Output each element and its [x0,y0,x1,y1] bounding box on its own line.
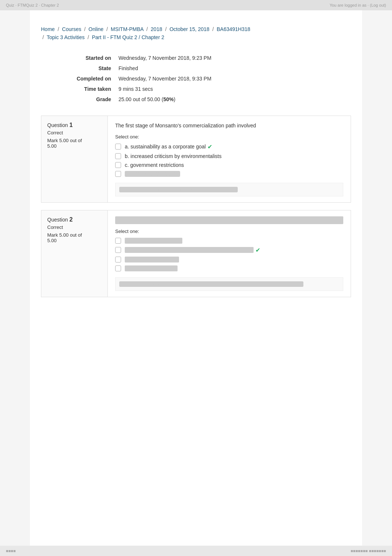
radio-2b [115,247,121,253]
breadcrumb-sep: / [84,26,86,32]
breadcrumb-ba[interactable]: BA63491H318 [217,26,250,32]
option-2c-text: ■ ■■■■■■■■ ■ ■■■■■■ [125,257,179,262]
bottom-bar-left: ■■■■ [6,549,16,553]
time-taken-value: 9 mins 31 secs [115,84,351,94]
quiz-info-table: Started on Wednesday, 7 November 2018, 9… [41,53,351,104]
completed-on-label: Completed on [41,73,115,84]
grade-end: ) [173,96,175,102]
option-2b: ■ ■■■■ ■■■■■■■■■■■■ ■■■ ■■■ ■■■■■■■ ■ ■■… [115,247,343,254]
completed-on-value: Wednesday, 7 November 2018, 9:33 PM [115,73,351,84]
question-2-status: Correct [47,224,102,230]
correct-answer-2-blurred: The correct answer is: ■■■■ ■■■■■■■■■ ■■… [119,281,303,287]
question-2-options: ■ ■■■■■■■■■■■■■■■■■ ■ ■■■■ ■■■■■■■■■■■■ … [115,238,343,271]
question-1-label: Question 1 [47,122,102,128]
question-1-body: The first stage of Monsanto's commercial… [108,116,351,202]
question-1-block: Question 1 Correct Mark 5.00 out of 5.00… [41,116,351,203]
radio-1d [115,171,121,177]
option-2a: ■ ■■■■■■■■■■■■■■■■■ [115,238,343,244]
option-1a-text: a. sustainability as a corporate goal [125,144,206,150]
radio-2a [115,238,121,244]
question-1-options: a. sustainability as a corporate goal ✔ … [115,143,343,177]
check-icon-2b: ✔ [255,247,260,254]
breadcrumb-sep: / [42,34,44,40]
grade-value: 25.00 out of 50.00 (50%) [115,94,351,104]
started-on-label: Started on [41,53,115,63]
question-2-correct-note: The correct answer is: ■■■■ ■■■■■■■■■ ■■… [115,277,343,291]
question-2-sidebar: Question 2 Correct Mark 5.00 out of 5.00 [41,210,108,297]
question-2-mark: Mark 5.00 out of 5.00 [47,232,102,243]
breadcrumb-courses[interactable]: Courses [62,26,81,32]
breadcrumb-sep: / [212,26,214,32]
option-1c-text: c. government restrictions [125,162,184,168]
question-1-correct-note: The correct answer is: sustainability as… [115,183,343,196]
option-2a-text: ■ ■■■■■■■■■■■■■■■■■ [125,238,182,244]
breadcrumb-partii[interactable]: Part II - FTM Quiz 2 / Chapter 2 [92,34,164,40]
radio-2d [115,265,121,271]
started-on-value: Wednesday, 7 November 2018, 9:23 PM [115,53,351,63]
breadcrumb-online[interactable]: Online [89,26,103,32]
option-1d-text: d. corporate farm tactics [125,171,180,177]
option-2d-text: ■ ■■■■■■■■■ ■■■■■■ [125,265,178,271]
question-2-number: 2 [69,216,73,223]
option-2d: ■ ■■■■■■■■■ ■■■■■■ [115,265,343,271]
question-1-sidebar: Question 1 Correct Mark 5.00 out of 5.00 [41,116,108,202]
breadcrumb-sep: / [58,26,59,32]
state-label: State [41,63,115,73]
radio-2c [115,257,121,262]
state-value: Finished [115,63,351,73]
radio-1c [115,162,121,168]
main-content: Home / Courses / Online / MSITM-PMBA / 2… [30,10,362,556]
question-1-select-one: Select one: [115,134,343,140]
breadcrumb-2018[interactable]: 2018 [151,26,162,32]
option-1b-text: b. increased criticism by environmentali… [125,153,221,159]
breadcrumb-sep: / [147,26,148,32]
time-taken-label: Time taken [41,84,115,94]
breadcrumb-oct15[interactable]: October 15, 2018 [169,26,209,32]
radio-1b [115,153,121,159]
question-2-select-one: Select one: [115,229,343,234]
question-2-block: Question 2 Correct Mark 5.00 out of 5.00… [41,210,351,297]
option-1a: a. sustainability as a corporate goal ✔ [115,143,343,150]
option-2b-text: ■ ■■■■ ■■■■■■■■■■■■ ■■■ ■■■ ■■■■■■■ ■ ■■… [125,247,254,253]
question-1-status: Correct [47,130,102,135]
breadcrumb-msitm[interactable]: MSITM-PMBA [111,26,144,32]
grade-percent: 50% [163,96,173,102]
breadcrumb-topic3[interactable]: Topic 3 Activities [47,34,85,40]
grade-number: 25.00 out of 50.00 ( [118,96,163,102]
question-2-label: Question 2 [47,216,102,223]
breadcrumb-home[interactable]: Home [41,26,55,32]
breadcrumb-sep: / [87,34,89,40]
question-1-text: The first stage of Monsanto's commercial… [115,122,343,130]
breadcrumb-sep: / [165,26,166,32]
question-2-text: ■■■■■■ ■■■■■■■ ■■■■ ■■■■■■ [115,216,343,224]
question-1-mark: Mark 5.00 out of 5.00 [47,138,102,149]
bottom-bar: ■■■■ ■■■■■■■ ■■■■■■■ [0,546,392,556]
breadcrumb-sep: / [106,26,108,32]
check-icon-1a: ✔ [207,143,212,150]
option-2c: ■ ■■■■■■■■ ■ ■■■■■■ [115,257,343,262]
top-bar-right: You are logged in as · (Log out) [330,3,386,7]
question-1-number: 1 [69,122,73,128]
top-bar: Quiz · FTMQuiz 2 · Chapter 2 You are log… [0,0,392,10]
radio-1a [115,144,121,150]
bottom-bar-right: ■■■■■■■ ■■■■■■■ [351,549,386,553]
option-1c: c. government restrictions [115,162,343,168]
top-bar-left: Quiz · FTMQuiz 2 · Chapter 2 [6,3,59,7]
correct-answer-1-blurred: The correct answer is: sustainability as… [119,187,238,192]
option-1d: d. corporate farm tactics [115,171,343,177]
option-1b: b. increased criticism by environmentali… [115,153,343,159]
breadcrumb: Home / Courses / Online / MSITM-PMBA / 2… [41,25,351,42]
grade-label: Grade [41,94,115,104]
question-2-body: ■■■■■■ ■■■■■■■ ■■■■ ■■■■■■ Select one: ■… [108,210,351,297]
